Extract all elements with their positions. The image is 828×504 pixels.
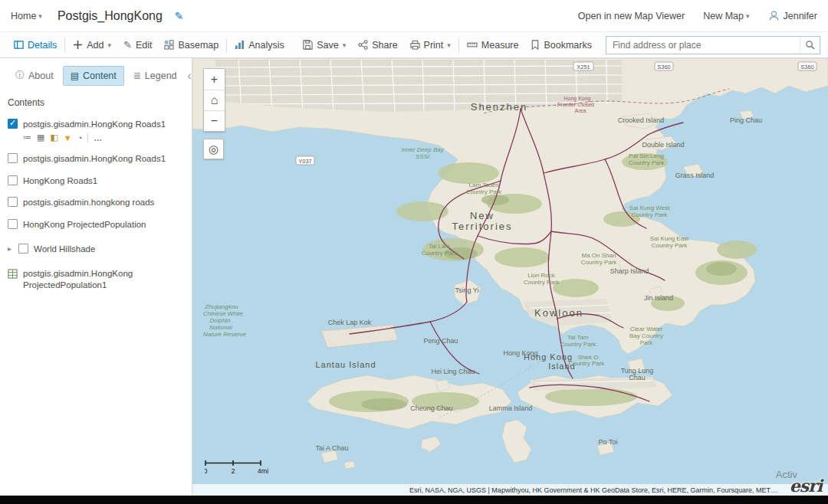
tab-about[interactable]: ⓘ About	[8, 64, 61, 87]
edit-title-icon[interactable]: ✎	[175, 10, 184, 22]
layer-item[interactable]: ✓ postgis.gisadmin.HongKong Roads1	[8, 119, 184, 129]
check-icon: ✓	[9, 118, 16, 129]
svg-text:Chek Lap Kok: Chek Lap Kok	[328, 319, 372, 326]
esri-logo: esri	[790, 476, 822, 496]
attribution-text: Esri, NASA, NGA, USGS | Mapwithyou, HK G…	[409, 486, 777, 494]
svg-text:Country Park: Country Park	[466, 188, 503, 195]
new-map-menu[interactable]: New Map ▾	[703, 11, 749, 21]
svg-text:Inner Deep Bay: Inner Deep Bay	[401, 146, 445, 153]
user-menu[interactable]: Jennifer	[768, 10, 817, 21]
user-name: Jennifer	[784, 11, 817, 21]
svg-text:2: 2	[231, 467, 235, 475]
layer-item[interactable]: postgis.gisadmin.hongkong roads	[8, 197, 184, 208]
layer-checkbox[interactable]	[8, 197, 18, 207]
layer-item[interactable]: postgis.gisadmin.HongKong Roads1	[8, 153, 184, 164]
svg-text:Crooked Island: Crooked Island	[618, 116, 665, 124]
svg-text:4mi: 4mi	[258, 467, 269, 475]
svg-text:X251: X251	[577, 64, 590, 70]
share-label: Share	[372, 40, 397, 51]
svg-text:Country Park: Country Park	[422, 250, 458, 257]
open-new-map-viewer-link[interactable]: Open in new Map Viewer	[578, 11, 685, 21]
bookmarks-button[interactable]: Bookmarks	[524, 32, 598, 57]
show-legend-icon[interactable]: ≔	[23, 133, 31, 142]
tab-legend[interactable]: ≣ Legend	[126, 66, 185, 86]
perform-analysis-icon[interactable]: ◔	[77, 133, 83, 142]
svg-text:Tai A Chau: Tai A Chau	[315, 444, 348, 452]
arcgis-map-viewer: Home ▾ Postgis_HongKong ✎ Open in new Ma…	[0, 0, 828, 504]
svg-text:Ma On Shan: Ma On Shan	[582, 252, 616, 259]
minus-icon: −	[211, 114, 218, 128]
route-shield: X251	[573, 62, 593, 70]
search-box	[606, 36, 820, 54]
find-my-location-button[interactable]: ◎	[203, 139, 224, 159]
svg-text:Country Park: Country Park	[524, 279, 560, 286]
contents-heading: Contents	[8, 97, 184, 108]
add-icon	[73, 40, 83, 50]
layer-item[interactable]: HongKong Roads1	[8, 175, 184, 186]
svg-text:Park: Park	[640, 339, 653, 346]
share-icon	[358, 40, 368, 50]
locate-icon: ◎	[209, 142, 219, 156]
svg-text:Lantau Island: Lantau Island	[315, 360, 376, 369]
edit-button[interactable]: ✎ Edit	[117, 32, 158, 57]
tab-content[interactable]: ▤ Content	[63, 66, 124, 86]
svg-text:Clear Water: Clear Water	[630, 326, 663, 332]
basemap-button[interactable]: Basemap	[158, 32, 225, 57]
measure-button[interactable]: Measure	[461, 32, 525, 57]
svg-text:Jin Island: Jin Island	[644, 294, 673, 302]
svg-text:Area: Area	[575, 108, 586, 113]
zoom-in-button[interactable]: +	[204, 69, 225, 90]
more-options-icon[interactable]: …	[87, 133, 103, 142]
basemap-icon	[164, 40, 174, 50]
layer-checkbox[interactable]	[18, 244, 28, 254]
layer-item[interactable]: HongKong ProjectedPopulation	[8, 219, 184, 230]
layer-label: postgis.gisadmin.hongkong roads	[23, 197, 154, 208]
table-item[interactable]: postgis.gisadmin.HongKong ProjectedPopul…	[8, 268, 184, 290]
svg-text:Country Park: Country Park	[632, 211, 669, 218]
layer-checkbox[interactable]	[8, 219, 18, 229]
svg-text:Lamma Island: Lamma Island	[489, 404, 533, 412]
layer-label: HongKong Roads1	[23, 175, 97, 186]
svg-text:Sai Kung West: Sai Kung West	[629, 205, 671, 211]
svg-text:Country Park: Country Park	[652, 242, 688, 249]
add-label: Add	[87, 40, 104, 51]
layer-label: World Hillshade	[34, 244, 95, 254]
edit-label: Edit	[136, 40, 153, 51]
basemap-label: Basemap	[178, 40, 219, 51]
print-button[interactable]: Print ▾	[404, 32, 457, 57]
svg-text:Chau: Chau	[629, 374, 646, 381]
svg-text:Dolphin: Dolphin	[209, 317, 231, 324]
default-extent-button[interactable]: ⌂	[204, 90, 225, 110]
edit-icon: ✎	[123, 39, 132, 51]
change-style-icon[interactable]: ◧	[50, 133, 58, 142]
details-button[interactable]: Details	[8, 32, 63, 57]
show-table-icon[interactable]: ▦	[37, 133, 44, 142]
search-input[interactable]	[606, 37, 800, 54]
top-header: Home ▾ Postgis_HongKong ✎ Open in new Ma…	[0, 0, 828, 32]
home-menu[interactable]: Home ▾	[11, 11, 42, 21]
map-canvas[interactable]: X251 S360 S360 Y037 Shenzhen Hong Kong F…	[192, 58, 828, 496]
analysis-button[interactable]: Analysis	[228, 32, 291, 57]
expand-icon[interactable]: ▸	[8, 244, 12, 254]
caret-down-icon: ▾	[343, 41, 347, 49]
route-shield: S360	[655, 62, 673, 70]
analysis-label: Analysis	[248, 40, 284, 51]
zoom-out-button[interactable]: −	[204, 110, 225, 131]
route-shield: Y037	[296, 156, 314, 165]
layer-item[interactable]: ▸ World Hillshade	[8, 244, 184, 254]
add-button[interactable]: Add ▾	[67, 32, 117, 57]
caret-down-icon: ▾	[447, 41, 451, 49]
save-button[interactable]: Save ▾	[297, 32, 352, 57]
share-button[interactable]: Share	[352, 32, 403, 57]
about-icon: ⓘ	[15, 69, 25, 82]
caret-down-icon: ▾	[38, 12, 42, 20]
filter-icon[interactable]: ▼	[64, 133, 72, 142]
layer-checkbox[interactable]: ✓	[8, 119, 18, 129]
layer-checkbox[interactable]	[8, 175, 18, 185]
search-button[interactable]	[800, 37, 820, 54]
layer-checkbox[interactable]	[8, 153, 18, 163]
svg-text:Tai Tam: Tai Tam	[567, 334, 589, 341]
table-label: postgis.gisadmin.HongKong ProjectedPopul…	[23, 268, 166, 290]
svg-text:Shenzhen: Shenzhen	[471, 101, 528, 113]
layer-tools: ≔ ▦ ◧ ▼ ◔ …	[23, 133, 184, 142]
